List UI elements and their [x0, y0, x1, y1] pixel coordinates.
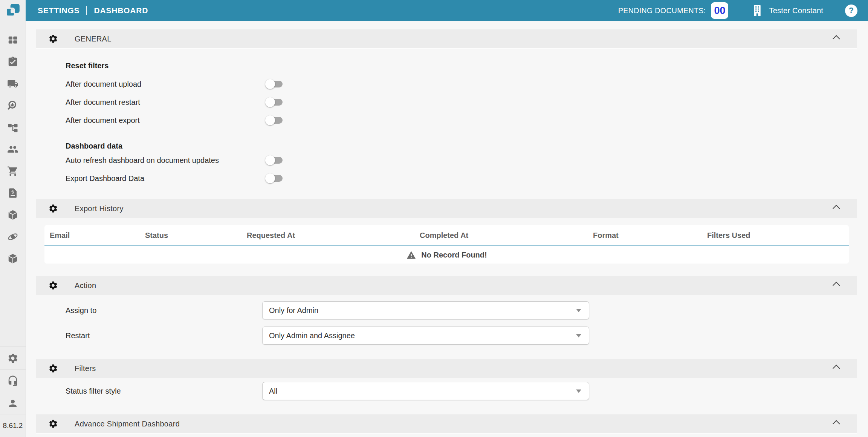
- caret-down-icon: [576, 309, 581, 312]
- column-header: Filters Used: [707, 231, 750, 240]
- column-header: Email: [50, 231, 145, 240]
- sidebar-icon-stack: [0, 29, 26, 270]
- setting-label: Export Dashboard Data: [66, 174, 265, 183]
- setting-row: Restart Only Admin and Assignee: [36, 327, 857, 345]
- dashboard-grid-icon: [7, 34, 18, 46]
- organization-icon[interactable]: [752, 4, 763, 17]
- collapse-button[interactable]: [831, 282, 839, 289]
- nav-dashboard[interactable]: DASHBOARD: [94, 6, 148, 15]
- user-name[interactable]: Tester Constant: [769, 6, 823, 15]
- section-header-general[interactable]: GENERAL: [36, 29, 857, 49]
- toggle-thumb: [265, 173, 275, 183]
- section-header-action[interactable]: Action: [36, 276, 857, 295]
- chevron-up-icon: [833, 35, 840, 43]
- setting-label: Assign to: [66, 306, 262, 315]
- section-title: Action: [75, 281, 96, 290]
- section-title: GENERAL: [75, 35, 112, 43]
- nav-settings[interactable]: SETTINGS: [38, 6, 79, 15]
- section-title: Advance Shipment Dashboard: [75, 420, 180, 428]
- collapse-button[interactable]: [831, 205, 839, 212]
- assign-to-select[interactable]: Only for Admin: [262, 301, 589, 319]
- section-body-general: Reset filters After document upload Afte…: [36, 49, 857, 199]
- package-box-icon: [7, 209, 18, 221]
- collapse-button[interactable]: [831, 420, 839, 428]
- toggle-auto-refresh-dashboard[interactable]: [265, 155, 283, 165]
- app-logo[interactable]: [0, 0, 26, 21]
- topbar-right-cluster: PENDING DOCUMENTS: 00 Tester Constant ?: [618, 2, 857, 19]
- cart-icon: [7, 166, 18, 177]
- setting-row: Export Dashboard Data: [36, 169, 857, 187]
- sidebar-item-settings[interactable]: [0, 347, 26, 369]
- toggle-after-document-restart[interactable]: [265, 97, 283, 107]
- table-header-row: Email Status Requested At Completed At F…: [44, 225, 849, 246]
- collapse-button[interactable]: [831, 35, 839, 43]
- sidebar-item-cart[interactable]: [0, 160, 26, 182]
- section-header-export-history[interactable]: Export History: [36, 199, 857, 218]
- section-header-advance-shipment[interactable]: Advance Shipment Dashboard: [36, 414, 857, 434]
- selected-value: Only for Admin: [269, 306, 318, 315]
- export-history-table: Email Status Requested At Completed At F…: [44, 225, 849, 264]
- pending-documents-label: PENDING DOCUMENTS:: [618, 6, 706, 15]
- help-button[interactable]: ?: [845, 5, 857, 17]
- setting-row: After document upload: [36, 75, 857, 93]
- sidebar-item-profile[interactable]: [0, 392, 26, 414]
- empty-state-row: No Record Found!: [44, 246, 849, 264]
- app-root: SETTINGS DASHBOARD PENDING DOCUMENTS: 00: [0, 0, 868, 437]
- sidebar-item-package[interactable]: [0, 204, 26, 226]
- group-heading: Reset filters: [36, 49, 857, 75]
- clipboard-check-icon: [7, 56, 18, 67]
- logo-icon: [5, 3, 21, 18]
- toggle-after-document-upload[interactable]: [265, 79, 283, 89]
- sidebar: 8.61.2: [0, 21, 26, 437]
- selected-value: All: [269, 387, 277, 396]
- sidebar-footer-stack: [0, 347, 26, 414]
- empty-state-message: No Record Found!: [421, 251, 487, 259]
- sidebar-item-users[interactable]: [0, 138, 26, 160]
- chevron-up-icon: [833, 365, 840, 372]
- nav-divider: [86, 6, 87, 15]
- chevron-up-icon: [833, 205, 840, 212]
- setting-row: Status filter style All: [36, 382, 857, 400]
- column-header: Completed At: [420, 231, 593, 240]
- gear-icon: [48, 34, 58, 44]
- column-header: Status: [145, 231, 247, 240]
- group-heading: Dashboard data: [36, 141, 857, 151]
- toggle-export-dashboard-data[interactable]: [265, 173, 283, 183]
- app-version: 8.61.2: [0, 414, 26, 437]
- person-icon: [7, 398, 18, 409]
- status-filter-style-select[interactable]: All: [262, 382, 589, 400]
- gear-icon: [48, 281, 58, 290]
- setting-label: After document upload: [66, 80, 265, 89]
- restart-select[interactable]: Only Admin and Assignee: [262, 327, 589, 345]
- setting-label: Restart: [66, 331, 262, 340]
- workflow-tree-icon: [7, 122, 18, 133]
- truck-icon: [7, 78, 18, 89]
- collapse-button[interactable]: [831, 365, 839, 372]
- breadcrumb: SETTINGS DASHBOARD: [38, 6, 148, 15]
- sidebar-item-dashboard[interactable]: [0, 29, 26, 51]
- sidebar-item-support[interactable]: [0, 369, 26, 392]
- sidebar-item-network[interactable]: [0, 226, 26, 248]
- sidebar-item-billing[interactable]: [0, 182, 26, 204]
- sidebar-item-inventory[interactable]: [0, 248, 26, 270]
- toggle-after-document-export[interactable]: [265, 115, 283, 125]
- sidebar-item-workflow[interactable]: [0, 117, 26, 138]
- setting-label: Status filter style: [66, 387, 262, 396]
- setting-row: Assign to Only for Admin: [36, 301, 857, 319]
- section-body-filters: Status filter style All: [36, 378, 857, 414]
- setting-row: After document export: [36, 111, 857, 129]
- sidebar-item-search-insights[interactable]: [0, 95, 26, 117]
- setting-label: After document export: [66, 116, 265, 125]
- toggle-thumb: [265, 115, 275, 125]
- column-header: Format: [593, 231, 707, 240]
- orbit-icon: [7, 231, 18, 242]
- sidebar-item-shipping[interactable]: [0, 73, 26, 95]
- section-header-filters[interactable]: Filters: [36, 359, 857, 378]
- caret-down-icon: [576, 334, 581, 337]
- selected-value: Only Admin and Assignee: [269, 331, 355, 340]
- search-chart-icon: [7, 100, 18, 111]
- invoice-icon: [7, 187, 18, 199]
- gear-icon: [48, 204, 58, 213]
- pending-count-badge: 00: [711, 2, 728, 19]
- sidebar-item-tasks[interactable]: [0, 51, 26, 73]
